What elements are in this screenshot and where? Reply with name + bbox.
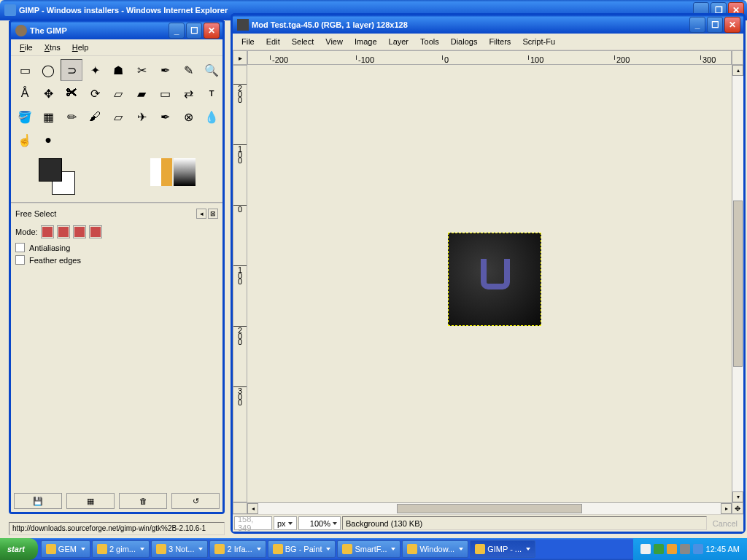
image-layer[interactable]	[448, 233, 541, 326]
tool-paths[interactable]: ✒	[154, 59, 176, 81]
opts-reset-button[interactable]: ↺	[171, 493, 220, 509]
system-tray[interactable]: 12:45 AM	[633, 538, 747, 560]
taskbar-item[interactable]: GEM	[41, 540, 90, 558]
mode-add-button[interactable]	[57, 225, 70, 238]
tray-icon[interactable]	[640, 544, 651, 554]
tool-zoom[interactable]: 🔍	[201, 59, 222, 81]
tool-airbrush[interactable]: ✈	[131, 106, 152, 128]
taskbar-item[interactable]: BG - Paint	[268, 540, 336, 558]
menu-xtns[interactable]: Xtns	[39, 41, 66, 54]
tool-move[interactable]: ✥	[37, 82, 59, 104]
tray-icon[interactable]	[654, 544, 664, 554]
tool-clone[interactable]: ⊗	[177, 106, 199, 128]
tray-icon[interactable]	[667, 544, 677, 554]
status-unit-select[interactable]: px	[274, 516, 297, 530]
horizontal-ruler[interactable]: -200-1000100200300	[247, 50, 732, 65]
tool-paintbrush[interactable]: 🖌	[84, 106, 106, 128]
task-item-label: BG - Paint	[285, 545, 322, 553]
tool-perspective[interactable]: ▭	[154, 82, 176, 104]
scroll-up-button[interactable]: ▴	[732, 65, 743, 76]
start-button[interactable]: start	[0, 538, 38, 560]
toolbox-maximize-button[interactable]: ☐	[186, 23, 202, 39]
tool-free-select[interactable]: ⊃	[61, 59, 82, 81]
tool-eraser[interactable]: ▱	[107, 106, 129, 128]
menu-image[interactable]: Image	[349, 35, 383, 48]
tray-volume-icon[interactable]	[680, 544, 690, 554]
tool-dodge[interactable]: ●	[37, 129, 59, 151]
menu-help[interactable]: Help	[66, 41, 95, 54]
tool-shear[interactable]: ▰	[131, 82, 152, 104]
horizontal-scrollbar[interactable]: ◂ ▸	[247, 502, 732, 514]
vertical-scrollbar[interactable]: ▴ ▾	[732, 65, 743, 502]
tool-bucket-fill[interactable]: 🪣	[14, 106, 36, 128]
tool-fuzzy-select[interactable]: ✦	[84, 59, 106, 81]
taskbar-item[interactable]: 2 gim...	[92, 540, 150, 558]
taskbar-item[interactable]: 3 Not...	[151, 540, 208, 558]
brush-indicator[interactable]	[150, 158, 172, 186]
scroll-thumb-h[interactable]	[397, 504, 582, 513]
scroll-left-button[interactable]: ◂	[247, 503, 258, 514]
mode-replace-button[interactable]	[41, 225, 54, 238]
menu-file[interactable]: File	[14, 41, 39, 54]
gradient-indicator[interactable]	[174, 158, 196, 186]
tool-ink[interactable]: ✒	[154, 106, 176, 128]
toolbox-minimize-button[interactable]: _	[169, 23, 185, 39]
status-cancel-button[interactable]: Cancel	[708, 519, 742, 528]
vertical-ruler[interactable]: 2001000100200300	[233, 65, 247, 502]
scroll-thumb-v[interactable]	[733, 201, 743, 367]
tool-smudge[interactable]: ☝	[14, 129, 36, 151]
tool-by-color-select[interactable]: ☗	[107, 59, 129, 81]
color-swatches[interactable]	[39, 158, 75, 195]
menu-layer[interactable]: Layer	[383, 35, 415, 48]
gimp-toolbox-window: The GIMP _ ☐ ✕ File Xtns Help ▭ ◯ ⊃ ✦ ☗ …	[9, 21, 225, 514]
menu-tools[interactable]: Tools	[414, 35, 445, 48]
fg-color-swatch[interactable]	[39, 158, 62, 182]
feather-checkbox[interactable]	[15, 255, 25, 265]
menu-scriptfu[interactable]: Script-Fu	[516, 35, 561, 48]
tool-rotate[interactable]: ⟳	[84, 82, 106, 104]
tool-ellipse-select[interactable]: ◯	[37, 59, 59, 81]
canvas[interactable]	[247, 65, 732, 502]
tool-scissors[interactable]: ✂	[131, 59, 152, 81]
tool-crop[interactable]: ✀	[61, 82, 82, 104]
tool-color-picker[interactable]: ✎	[177, 59, 199, 81]
tray-network-icon[interactable]	[693, 544, 703, 554]
tool-text[interactable]: T	[201, 82, 222, 104]
tool-flip[interactable]: ⇄	[177, 82, 199, 104]
menu-file[interactable]: File	[236, 35, 260, 48]
toolbox-close-button[interactable]: ✕	[204, 23, 220, 39]
image-close-button[interactable]: ✕	[724, 17, 740, 33]
ruler-corner-toggle[interactable]: ▸	[233, 50, 247, 65]
status-zoom-select[interactable]: 100%	[298, 516, 341, 530]
tool-blend[interactable]: ▦	[37, 106, 59, 128]
mode-intersect-button[interactable]	[89, 225, 102, 238]
menu-filters[interactable]: Filters	[483, 35, 516, 48]
mode-subtract-button[interactable]	[73, 225, 86, 238]
task-app-icon	[407, 544, 417, 554]
menu-select[interactable]: Select	[286, 35, 320, 48]
taskbar-item[interactable]: GIMP - ...	[470, 540, 535, 558]
opts-menu-button[interactable]: ◂	[196, 209, 206, 219]
opts-save-button[interactable]: 💾	[14, 493, 62, 509]
tool-scale[interactable]: ▱	[107, 82, 129, 104]
opts-delete-button[interactable]: 🗑	[119, 493, 167, 509]
menu-view[interactable]: View	[320, 35, 349, 48]
menu-edit[interactable]: Edit	[260, 35, 286, 48]
tool-pencil[interactable]: ✏	[61, 106, 82, 128]
tool-measure[interactable]: Å	[14, 82, 36, 104]
taskbar-item[interactable]: SmartF...	[337, 540, 400, 558]
antialiasing-checkbox[interactable]	[15, 243, 25, 252]
tool-rect-select[interactable]: ▭	[14, 59, 36, 81]
opts-close-button[interactable]: ⊠	[208, 209, 218, 219]
taskbar-item[interactable]: Window...	[402, 540, 468, 558]
scroll-right-button[interactable]: ▸	[721, 503, 732, 514]
nav-corner-button[interactable]: ✥	[732, 502, 743, 514]
image-minimize-button[interactable]: _	[689, 17, 705, 33]
taskbar-clock[interactable]: 12:45 AM	[706, 545, 740, 553]
tool-blur[interactable]: 💧	[201, 106, 222, 128]
scroll-down-button[interactable]: ▾	[732, 491, 743, 502]
image-maximize-button[interactable]: ☐	[707, 17, 723, 33]
taskbar-item[interactable]: 2 Irfa...	[209, 540, 266, 558]
opts-restore-button[interactable]: ▦	[66, 493, 115, 509]
menu-dialogs[interactable]: Dialogs	[445, 35, 484, 48]
